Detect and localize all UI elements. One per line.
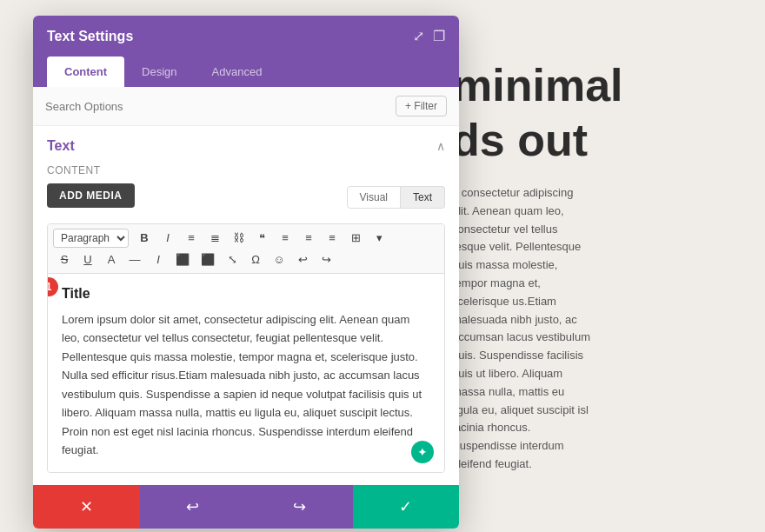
divider-button[interactable]: — <box>123 249 146 269</box>
tab-bar: Content Design Advanced <box>33 57 459 87</box>
section-header: Text ∧ <box>47 138 445 154</box>
editor-toggle: Visual Text <box>347 186 445 209</box>
align-left-button[interactable]: ≡ <box>274 228 296 248</box>
redo-toolbar-button[interactable]: ↪ <box>315 249 337 269</box>
panel-header: Text Settings ⤢ ❐ <box>33 16 459 57</box>
redo-button[interactable]: ↪ <box>246 485 353 529</box>
special-chars-button[interactable]: Ω <box>244 249 267 269</box>
paragraph-select[interactable]: Paragraph <box>53 229 129 248</box>
underline-button[interactable]: U <box>76 249 99 269</box>
panel-body: Text ∧ Content ADD MEDIA Visual Text Par… <box>33 126 459 485</box>
strikethrough-button[interactable]: S <box>53 249 76 269</box>
panel-title: Text Settings <box>47 29 133 44</box>
blockquote-button[interactable]: ❝ <box>250 228 273 248</box>
text-settings-panel: Text Settings ⤢ ❐ Content Design Advance… <box>33 16 459 529</box>
text-toggle-button[interactable]: Text <box>401 186 445 209</box>
align-center-button[interactable]: ≡ <box>297 228 320 248</box>
toolbar-row-2: S U A — I ⬛ ⬛ ⤡ Ω ☺ ↩ ↪ <box>53 249 439 269</box>
undo-button[interactable]: ↩ <box>140 485 247 529</box>
italic-button[interactable]: I <box>156 228 179 248</box>
bg-heading: minimal ds out <box>452 58 591 167</box>
copy-icon[interactable]: ❐ <box>433 28 445 44</box>
more-button[interactable]: ▾ <box>368 228 390 248</box>
filter-button[interactable]: + Filter <box>396 96 447 116</box>
table-button[interactable]: ⊞ <box>344 228 367 248</box>
fullscreen-icon[interactable]: ⤢ <box>413 28 424 44</box>
link-button[interactable]: ⛓ <box>227 228 249 248</box>
search-bar: + Filter <box>33 87 459 126</box>
ordered-list-button[interactable]: ≣ <box>203 228 226 248</box>
editor-content[interactable]: 1 Title Lorem ipsum dolor sit amet, cons… <box>48 274 444 472</box>
bold-button[interactable]: B <box>133 228 156 248</box>
toolbar-row-1: Paragraph B I ≡ ≣ ⛓ ❝ ≡ ≡ ≡ ⊞ ▾ <box>53 228 439 248</box>
fullscreen-editor-button[interactable]: ⤡ <box>221 249 243 269</box>
tab-content[interactable]: Content <box>47 57 124 87</box>
tab-design[interactable]: Design <box>124 57 194 87</box>
editor-title: Title <box>62 286 430 302</box>
content-label: Content <box>47 164 445 176</box>
undo-toolbar-button[interactable]: ↩ <box>291 249 314 269</box>
tab-advanced[interactable]: Advanced <box>195 57 280 87</box>
collapse-icon[interactable]: ∧ <box>436 139 445 153</box>
editor-toolbar: Paragraph B I ≡ ≣ ⛓ ❝ ≡ ≡ ≡ ⊞ ▾ S U <box>48 224 444 274</box>
step-badge: 1 <box>47 277 58 296</box>
save-button[interactable]: ✓ <box>353 485 460 529</box>
cancel-button[interactable]: ✕ <box>33 485 140 529</box>
indent-button[interactable]: ⬛ <box>170 249 195 269</box>
editor-body: Lorem ipsum dolor sit amet, consectetur … <box>62 310 430 460</box>
visual-toggle-button[interactable]: Visual <box>347 186 401 209</box>
align-right-button[interactable]: ≡ <box>321 228 343 248</box>
italic2-button[interactable]: I <box>147 249 170 269</box>
ai-assist-icon[interactable]: ✦ <box>411 441 434 463</box>
editor-area: Paragraph B I ≡ ≣ ⛓ ❝ ≡ ≡ ≡ ⊞ ▾ S U <box>47 223 445 473</box>
section-title: Text <box>47 138 75 154</box>
outdent-button[interactable]: ⬛ <box>196 249 220 269</box>
unordered-list-button[interactable]: ≡ <box>180 228 203 248</box>
panel-header-icons: ⤢ ❐ <box>413 28 445 44</box>
text-color-button[interactable]: A <box>100 249 123 269</box>
add-media-button[interactable]: ADD MEDIA <box>47 183 135 208</box>
panel-footer: ✕ ↩ ↪ ✓ <box>33 485 459 529</box>
bg-body-text: t, consectetur adipiscing elit. Aenean q… <box>452 184 591 474</box>
search-input[interactable] <box>45 100 396 113</box>
emoji-button[interactable]: ☺ <box>268 249 290 269</box>
